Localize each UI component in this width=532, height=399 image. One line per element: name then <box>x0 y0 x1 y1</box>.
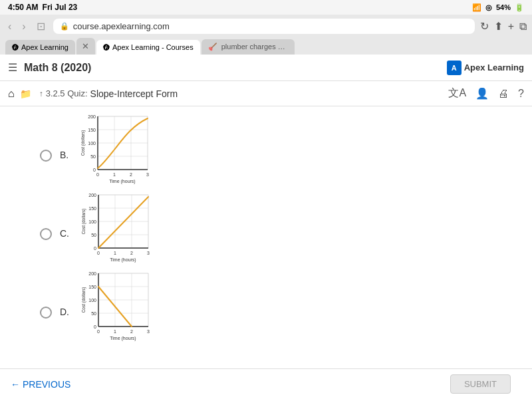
svg-text:150: 150 <box>88 285 96 289</box>
status-bar: 4:50 AM Fri Jul 23 📶 ◎ 54% 🔋 <box>0 0 532 15</box>
audio-icon[interactable]: 👤 <box>475 87 489 100</box>
svg-text:Time (hours): Time (hours) <box>110 179 136 184</box>
battery-display: 54% <box>496 3 511 11</box>
svg-text:Cost (dollars): Cost (dollars) <box>81 287 86 313</box>
nav-actions: ↻ ⬆ + ⧉ <box>480 20 527 33</box>
svg-text:200: 200 <box>88 193 96 198</box>
svg-text:2: 2 <box>130 172 132 177</box>
svg-text:Cost (dollars): Cost (dollars) <box>80 130 86 156</box>
quiz-toolbar: ⌂ 📁 ↑ 3.2.5 Quiz: Slope-Intercept Form 文… <box>0 81 532 106</box>
svg-text:3: 3 <box>147 251 150 255</box>
option-d: D. 0 50 100 150 <box>40 270 519 343</box>
svg-text:50: 50 <box>91 311 96 316</box>
option-c: C. 0 50 100 150 <box>40 192 519 265</box>
quiz-breadcrumb: 3.2.5 Quiz: <box>46 88 88 98</box>
url-text: course.apexlearning.com <box>73 21 170 31</box>
back-button[interactable]: ‹ <box>5 19 14 34</box>
svg-text:3: 3 <box>146 172 149 177</box>
tabs-button[interactable]: ⧉ <box>519 20 527 33</box>
quiz-title-text: Slope-Intercept Form <box>90 88 449 99</box>
forward-button[interactable]: › <box>19 19 28 34</box>
previous-button[interactable]: ← PREVIOUS <box>11 379 70 390</box>
home-icon[interactable]: ⌂ <box>8 88 15 100</box>
tab-close-middle[interactable]: ✕ <box>76 38 95 55</box>
option-b: B. 0 50 100 <box>40 113 519 186</box>
bottom-bar: ← PREVIOUS SUBMIT <box>0 368 532 399</box>
svg-text:2: 2 <box>130 329 133 334</box>
battery-icon: 🔋 <box>515 3 524 12</box>
translate-icon[interactable]: 文A <box>448 86 466 100</box>
date-display: Fri Jul 23 <box>43 3 78 12</box>
submit-button[interactable]: SUBMIT <box>450 374 511 394</box>
location-icon: ◎ <box>485 3 492 12</box>
option-d-label: D. <box>60 307 69 317</box>
svg-text:1: 1 <box>113 172 116 177</box>
svg-text:0: 0 <box>94 325 96 329</box>
svg-text:100: 100 <box>88 141 96 146</box>
tab-apex-courses[interactable]: 🅐 Apex Learning - Courses <box>96 40 200 55</box>
radio-c[interactable] <box>40 228 52 240</box>
address-bar[interactable]: 🔒 course.apexlearning.com <box>53 19 475 34</box>
lock-icon: 🔒 <box>60 22 69 31</box>
app-header: ☰ Math 8 (2020) A Apex Learning <box>0 55 532 81</box>
svg-text:50: 50 <box>90 154 96 159</box>
reading-mode-button[interactable]: ⊡ <box>34 19 48 34</box>
menu-button[interactable]: ☰ <box>8 61 17 74</box>
tab-apex-learning[interactable]: 🅐 Apex Learning <box>5 40 75 55</box>
option-c-label: C. <box>60 228 69 239</box>
svg-text:3: 3 <box>147 329 150 334</box>
svg-text:0: 0 <box>96 172 99 177</box>
previous-label: PREVIOUS <box>23 379 70 390</box>
tab-label-1: Apex Learning <box>21 43 68 51</box>
svg-text:2: 2 <box>130 251 133 255</box>
svg-text:Time (hours): Time (hours) <box>110 336 136 341</box>
reload-button[interactable]: ↻ <box>480 20 489 33</box>
main-content: B. 0 50 100 <box>0 106 532 399</box>
svg-text:150: 150 <box>88 206 96 211</box>
time-display: 4:50 AM <box>8 3 39 12</box>
back-arrow-icon: ↑ <box>39 89 43 98</box>
tab-label-3: Apex Learning - Courses <box>112 43 194 51</box>
svg-text:200: 200 <box>88 271 96 276</box>
svg-text:150: 150 <box>88 128 96 132</box>
nav-bar: ‹ › ⊡ 🔒 course.apexlearning.com ↻ ⬆ + ⧉ <box>5 19 527 34</box>
svg-text:0: 0 <box>94 246 96 251</box>
svg-text:200: 200 <box>88 114 96 119</box>
radio-b[interactable] <box>40 150 52 162</box>
svg-text:0: 0 <box>97 329 100 334</box>
chart-d: 0 50 100 150 200 0 1 2 3 Time (hours) Co… <box>80 270 153 343</box>
svg-text:0: 0 <box>93 168 96 172</box>
svg-text:Time (hours): Time (hours) <box>110 257 136 263</box>
apex-logo: A Apex Learning <box>447 61 524 75</box>
svg-text:1: 1 <box>114 251 116 255</box>
prev-arrow-icon: ← <box>11 379 20 390</box>
share-button[interactable]: ⬆ <box>494 20 503 33</box>
radio-d[interactable] <box>40 307 52 319</box>
apex-logo-icon: A <box>447 61 462 75</box>
back-nav: ↑ 3.2.5 Quiz: <box>39 88 90 98</box>
help-icon[interactable]: ? <box>518 88 524 100</box>
new-tab-button[interactable]: + <box>508 20 514 33</box>
print-icon[interactable]: 🖨 <box>498 88 509 100</box>
close-icon: ✕ <box>82 41 89 51</box>
folder-icon[interactable]: 📁 <box>20 88 31 99</box>
tab-icon-3: 🅐 <box>103 44 110 51</box>
app-title: Math 8 (2020) <box>24 62 447 74</box>
browser-tabs: 🅐 Apex Learning ✕ 🅐 Apex Learning - Cour… <box>5 38 527 55</box>
option-b-label: B. <box>60 150 68 160</box>
svg-text:100: 100 <box>88 298 96 303</box>
toolbar-actions: 文A 👤 🖨 ? <box>448 86 524 100</box>
wifi-icon: 📶 <box>472 3 481 12</box>
tab-overflow-label: plumber charges an initial… <box>221 43 295 51</box>
svg-text:100: 100 <box>88 219 96 224</box>
apex-logo-text: Apex Learning <box>464 63 524 72</box>
tab-overflow[interactable]: 🪠 plumber charges an initial… <box>201 39 295 55</box>
browser-chrome: ‹ › ⊡ 🔒 course.apexlearning.com ↻ ⬆ + ⧉ … <box>0 15 532 55</box>
svg-text:Cost (dollars): Cost (dollars) <box>81 209 86 235</box>
tab-icon-1: 🅐 <box>12 44 19 51</box>
svg-text:0: 0 <box>97 251 100 255</box>
chart-c: 0 50 100 150 200 0 1 2 3 Time (hours) Co… <box>80 192 153 265</box>
svg-text:50: 50 <box>91 233 96 237</box>
chart-b: 0 50 100 150 200 0 1 2 3 Time (hours) Co… <box>79 113 152 186</box>
tab-overflow-icon: 🪠 <box>208 43 217 51</box>
